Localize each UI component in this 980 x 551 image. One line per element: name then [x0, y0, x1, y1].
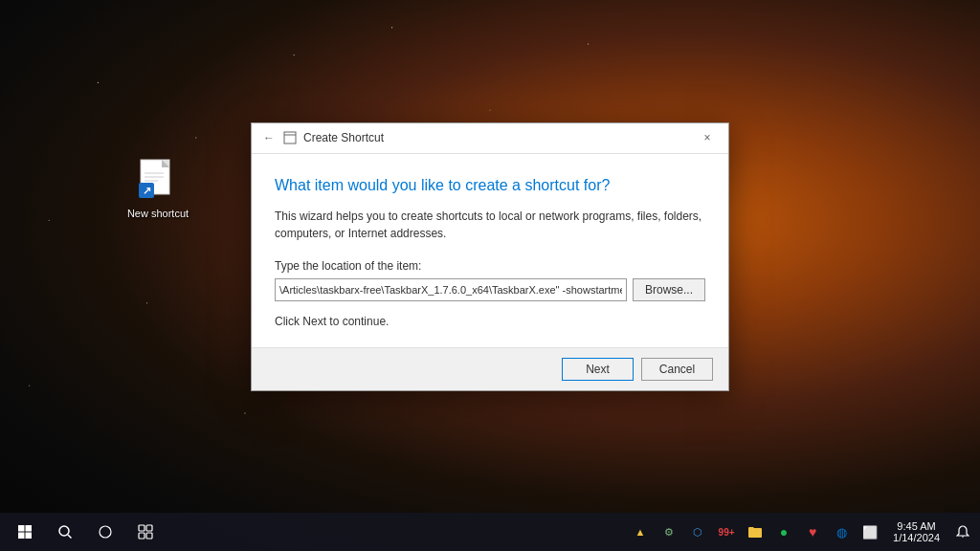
dialog-titlebar: ← Create Shortcut ×	[252, 123, 728, 154]
svg-rect-13	[26, 533, 33, 540]
tray-icon-3[interactable]: ⬡	[684, 513, 711, 551]
dialog-overlay: ← Create Shortcut × What item would you …	[0, 0, 980, 513]
widgets-button[interactable]	[126, 513, 165, 551]
taskbar: ▲ ⚙ ⬡ 99+ ● ♥ ◍ ⬜ 9:45 AM 1/14/2024	[0, 513, 980, 551]
tray-icon-spotify[interactable]: ●	[770, 513, 797, 551]
notification-button[interactable]	[949, 513, 976, 551]
svg-point-16	[100, 526, 111, 538]
svg-point-14	[59, 526, 69, 536]
field-label: Type the location of the item:	[275, 259, 705, 273]
tray-icon-2[interactable]: ⚙	[656, 513, 682, 551]
svg-rect-11	[26, 525, 33, 532]
dialog-back-button[interactable]: ←	[259, 128, 278, 147]
tray-icon-red[interactable]: ♥	[799, 513, 826, 551]
search-button[interactable]	[46, 513, 84, 551]
dialog-hint: Click Next to continue.	[275, 315, 705, 328]
browse-button[interactable]: Browse...	[633, 278, 705, 301]
start-button[interactable]	[6, 513, 44, 551]
tray-icon-folder[interactable]	[742, 513, 768, 551]
taskbar-time: 9:45 AM	[897, 520, 935, 532]
dialog-window-icon	[282, 130, 298, 145]
taskbar-date: 1/14/2024	[893, 532, 940, 543]
taskbar-left	[0, 513, 170, 551]
svg-rect-12	[18, 533, 25, 540]
cancel-button[interactable]: Cancel	[641, 358, 713, 381]
tray-icon-white[interactable]: ⬜	[857, 513, 883, 551]
svg-line-15	[68, 535, 72, 539]
taskbar-clock[interactable]: 9:45 AM 1/14/2024	[885, 513, 947, 551]
tray-icon-edge[interactable]: ◍	[828, 513, 855, 551]
dialog-close-button[interactable]: ×	[694, 124, 721, 151]
task-view-button[interactable]	[86, 513, 124, 551]
dialog-footer: Next Cancel	[252, 348, 728, 390]
svg-rect-10	[18, 525, 25, 532]
taskbar-right: ▲ ⚙ ⬡ 99+ ● ♥ ◍ ⬜ 9:45 AM 1/14/2024	[623, 513, 980, 551]
svg-rect-20	[146, 533, 152, 539]
svg-rect-17	[139, 525, 145, 531]
next-button[interactable]: Next	[562, 358, 634, 381]
svg-rect-8	[284, 132, 296, 143]
svg-rect-19	[139, 533, 145, 539]
dialog-body: What item would you like to create a sho…	[252, 154, 728, 348]
dialog-title: Create Shortcut	[303, 131, 694, 144]
dialog-heading: What item would you like to create a sho…	[275, 177, 705, 194]
create-shortcut-dialog: ← Create Shortcut × What item would you …	[251, 122, 729, 391]
input-row: Browse...	[275, 278, 705, 301]
desktop: ↗ New shortcut ← Create Shortcut ×	[0, 0, 980, 551]
dialog-description: This wizard helps you to create shortcut…	[275, 208, 705, 242]
tray-icon-4[interactable]: 99+	[713, 513, 740, 551]
tray-icon-1[interactable]: ▲	[627, 513, 654, 551]
location-input[interactable]	[275, 278, 627, 301]
svg-rect-18	[146, 525, 152, 531]
